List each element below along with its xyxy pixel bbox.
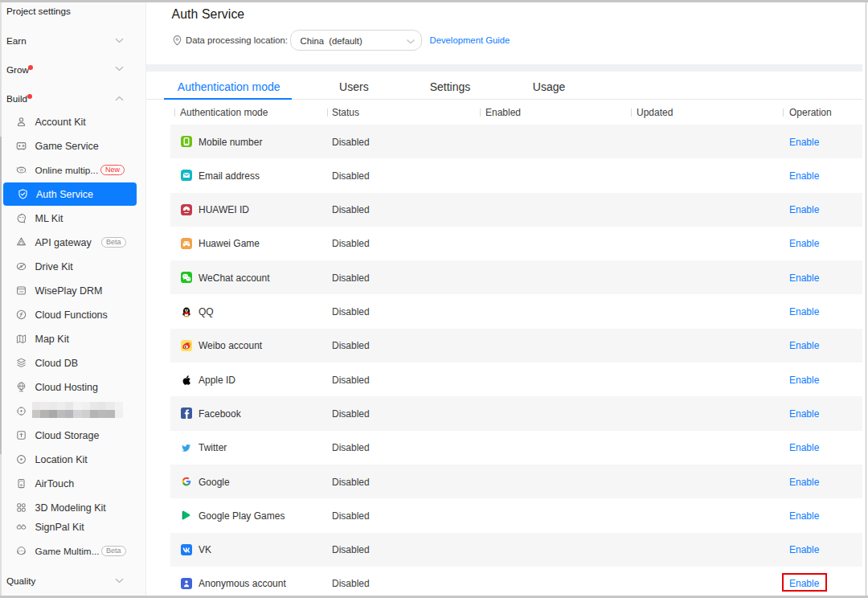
svg-text:vs: vs: [19, 168, 23, 172]
svg-text:rm: rm: [19, 289, 23, 293]
